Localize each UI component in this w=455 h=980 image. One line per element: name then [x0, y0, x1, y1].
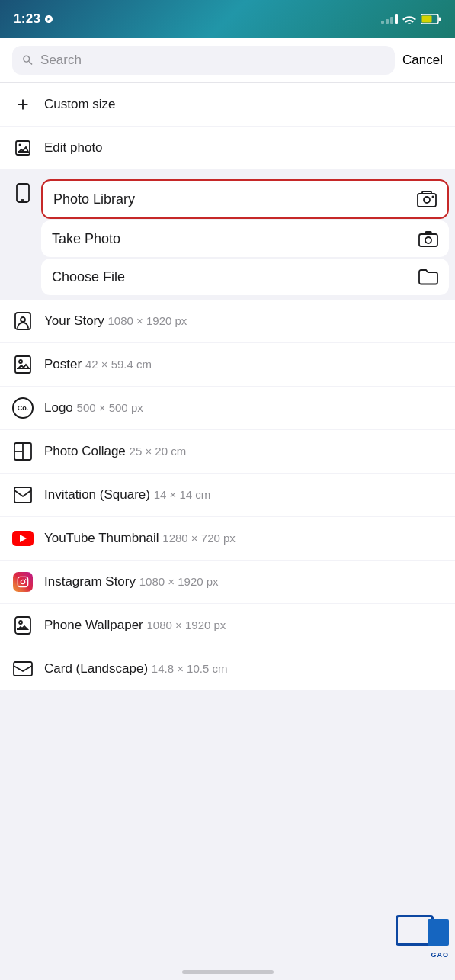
phone-wallpaper-label: Phone Wallpaper 1080 × 1920 px [44, 618, 443, 633]
youtube-label: YouTube Thumbnail 1280 × 720 px [44, 531, 443, 546]
menu-item-logo[interactable]: Co. Logo 500 × 500 px [0, 387, 455, 430]
collage-icon [12, 441, 34, 462]
menu-item-instagram[interactable]: Instagram Story 1080 × 1920 px [0, 561, 455, 604]
card-landscape-label: Card (Landscape) 14.8 × 10.5 cm [44, 661, 443, 676]
menu-item-custom-size[interactable]: Custom size [0, 83, 455, 127]
menu-item-poster[interactable]: Poster 42 × 59.4 cm [0, 343, 455, 387]
svg-rect-23 [15, 617, 30, 634]
watermark-text: GAO [431, 951, 449, 959]
svg-rect-2 [439, 18, 441, 21]
search-input[interactable] [40, 53, 386, 68]
instagram-icon [12, 571, 34, 593]
top-menu-list: Custom size Edit photo [0, 83, 455, 170]
dropdown-item-photo-library[interactable]: Photo Library [41, 179, 449, 219]
dropdown-item-take-photo[interactable]: Take Photo [41, 220, 449, 257]
poster-icon [12, 354, 34, 375]
svg-rect-10 [419, 234, 437, 246]
dropdown-item-choose-file[interactable]: Choose File [41, 259, 449, 295]
search-input-wrapper[interactable] [12, 46, 395, 75]
story-icon [12, 310, 34, 332]
instagram-label: Instagram Story 1080 × 1920 px [44, 574, 443, 590]
svg-point-4 [19, 144, 21, 146]
edit-photo-icon [12, 137, 34, 159]
card-landscape-icon [12, 658, 34, 680]
poster-label: Poster 42 × 59.4 cm [44, 357, 443, 372]
mobile-icon [12, 182, 34, 204]
svg-point-22 [25, 579, 26, 580]
invitation-label: Invitation (Square) 14 × 14 cm [44, 487, 443, 503]
menu-item-invitation[interactable]: Invitation (Square) 14 × 14 cm [0, 474, 455, 517]
svg-point-13 [21, 317, 25, 322]
section-with-dropdown: Photo Library Take Photo [0, 173, 455, 300]
watermark-logo [396, 915, 449, 949]
cancel-button[interactable]: Cancel [402, 53, 443, 68]
svg-point-21 [21, 580, 24, 583]
svg-point-11 [425, 237, 431, 243]
phone-wallpaper-icon [12, 615, 34, 636]
svg-rect-25 [14, 662, 32, 676]
main-list: Your Story 1080 × 1920 px Poster 42 × 59… [0, 300, 455, 691]
folder-icon [418, 268, 438, 285]
signal-icon [381, 14, 398, 24]
your-story-label: Your Story 1080 × 1920 px [44, 313, 443, 329]
choose-file-label: Choose File [52, 269, 409, 285]
svg-rect-20 [18, 577, 27, 586]
plus-icon [12, 94, 34, 115]
home-indicator[interactable] [182, 970, 274, 974]
svg-point-8 [424, 197, 430, 203]
youtube-icon [12, 528, 34, 549]
logo-label: Logo 500 × 500 px [44, 400, 443, 416]
menu-item-your-story[interactable]: Your Story 1080 × 1920 px [0, 300, 455, 343]
svg-point-24 [19, 621, 22, 624]
collage-label: Photo Collage 25 × 20 cm [44, 444, 443, 459]
status-icons [381, 14, 441, 24]
camera-icon [418, 230, 438, 247]
menu-item-phone-wallpaper[interactable]: Phone Wallpaper 1080 × 1920 px [0, 604, 455, 647]
photo-library-icon [417, 191, 437, 207]
photo-library-label: Photo Library [53, 191, 408, 207]
svg-point-15 [19, 360, 22, 363]
logo-icon: Co. [12, 397, 34, 419]
status-bar: 1:23 [0, 0, 455, 38]
watermark: GAO [396, 915, 449, 959]
svg-rect-14 [15, 356, 30, 373]
svg-rect-3 [16, 141, 30, 155]
menu-item-photo-collage[interactable]: Photo Collage 25 × 20 cm [0, 430, 455, 474]
menu-item-edit-photo[interactable]: Edit photo [0, 127, 455, 170]
dropdown-panel: Photo Library Take Photo [41, 179, 449, 295]
menu-item-youtube[interactable]: YouTube Thumbnail 1280 × 720 px [0, 517, 455, 561]
edit-photo-label: Edit photo [44, 140, 443, 156]
search-bar-container: Cancel [0, 38, 455, 83]
invitation-icon [12, 484, 34, 506]
battery-icon [421, 14, 441, 24]
svg-rect-19 [14, 487, 31, 503]
status-time: 1:23 [14, 11, 53, 27]
section-area: Photo Library Take Photo [0, 170, 455, 300]
wifi-icon [402, 14, 416, 24]
take-photo-label: Take Photo [52, 231, 409, 247]
svg-rect-1 [422, 16, 432, 23]
search-icon [21, 53, 34, 67]
svg-point-9 [432, 196, 434, 198]
menu-item-card-landscape[interactable]: Card (Landscape) 14.8 × 10.5 cm [0, 647, 455, 691]
custom-size-label: Custom size [44, 97, 443, 112]
svg-rect-7 [418, 194, 436, 207]
